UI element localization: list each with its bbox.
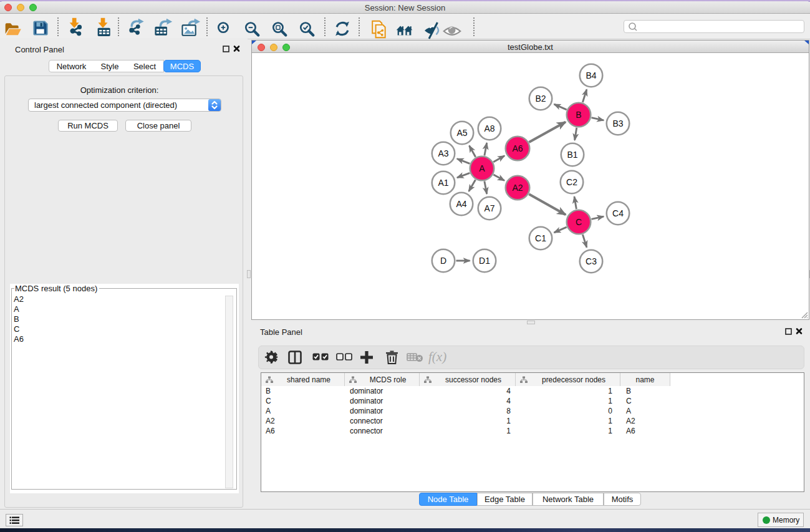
svg-text:A7: A7 xyxy=(484,203,494,213)
svg-text:A8: A8 xyxy=(484,123,494,133)
svg-text:A1: A1 xyxy=(438,178,448,188)
svg-text:D: D xyxy=(440,256,446,266)
svg-text:B1: B1 xyxy=(567,150,577,160)
svg-text:D1: D1 xyxy=(479,256,490,266)
svg-text:C2: C2 xyxy=(566,177,577,187)
svg-text:A: A xyxy=(479,163,485,173)
svg-text:B3: B3 xyxy=(612,118,623,128)
svg-text:A6: A6 xyxy=(512,143,523,153)
svg-text:A5: A5 xyxy=(456,128,467,138)
svg-text:B: B xyxy=(576,110,581,120)
svg-text:B2: B2 xyxy=(535,94,546,104)
svg-text:C4: C4 xyxy=(612,208,624,218)
svg-text:A2: A2 xyxy=(512,183,523,193)
svg-text:A3: A3 xyxy=(438,148,448,158)
svg-text:B4: B4 xyxy=(586,70,596,80)
svg-text:C1: C1 xyxy=(535,233,546,243)
svg-text:C3: C3 xyxy=(586,256,597,266)
svg-text:C: C xyxy=(576,217,582,227)
svg-text:A4: A4 xyxy=(456,199,466,209)
